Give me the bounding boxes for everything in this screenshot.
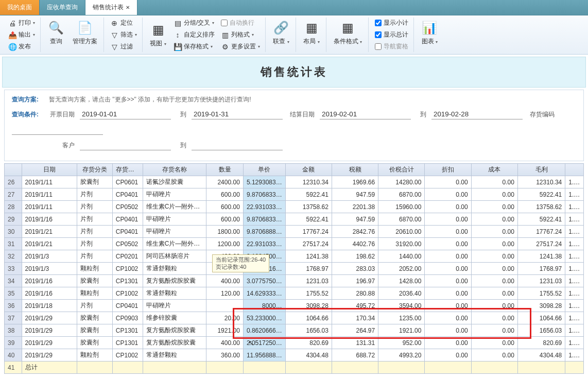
group-icon: ▤ (174, 19, 182, 27)
customer-to[interactable] (192, 140, 283, 150)
conditional-format-button[interactable]: ▦条件格式 ▾ (331, 18, 365, 48)
grid-icon: ▦ (150, 22, 166, 38)
col-category[interactable]: 存货分类 (77, 164, 112, 176)
data-table-wrap: 日期 存货分类 存货编码 存货名称 数量 单价 金额 税额 价税合计 折扣 成本… (4, 163, 584, 374)
ribbon-toolbar: 🖨打印▾ 📤输出▾ 🌐发布 🔍查询 📄管理方案 ⊕定位 ▽筛选▾ ▽过滤 ▦视图… (0, 15, 588, 55)
settle-date-label: 结算日期 (288, 110, 315, 119)
to-label-2: 到 (416, 110, 426, 119)
print-button[interactable]: 🖨打印▾ (6, 18, 37, 28)
col-name[interactable]: 存货名称 (143, 164, 206, 176)
nav-pane-checkbox[interactable]: 导航窗格 (373, 41, 410, 52)
table-row[interactable]: 322019/1/3片剂CP0201阿司匹林肠溶片400.003.1034500… (5, 250, 584, 263)
to-label-3: 到 (176, 141, 186, 150)
invoice-date-to[interactable] (192, 109, 283, 119)
query-panel: 查询方案: 暂无查询方案，请点击 "更多>>" 添加，有助于您更加方便快捷的进行… (4, 90, 584, 161)
table-row[interactable]: 292019/1/16片剂CP0401甲硝唑片600.009.8706833…5… (5, 213, 584, 226)
table-row[interactable]: 362019/1/18片剂CP0401甲硝唑片8000…3098.28495.7… (5, 300, 584, 312)
layout-icon: ▦ (303, 20, 320, 36)
invoice-date-from[interactable] (80, 109, 171, 119)
table-header-row: 日期 存货分类 存货编码 存货名称 数量 单价 金额 税额 价税合计 折扣 成本… (5, 164, 584, 176)
query-scheme-label: 查询方案: (12, 95, 43, 104)
tab-sales-report[interactable]: 销售统计表 ✕ (85, 0, 137, 15)
invoice-date-label: 开票日期 (48, 110, 75, 119)
view-button[interactable]: ▦视图 ▾ (147, 20, 169, 50)
columns-icon: ▥ (221, 31, 229, 39)
stock-code-label: 存货编码 (528, 110, 555, 119)
table-row[interactable]: 342019/1/16胶囊剂CP1301复方氨酚烷胺胶囊400.003.0775… (5, 275, 584, 287)
gear-icon: ⚙ (221, 43, 229, 51)
publish-button[interactable]: 🌐发布 (6, 41, 37, 52)
column-format-button[interactable]: ▥列格式▾ (219, 29, 262, 40)
col-profit[interactable]: 毛利 (517, 164, 565, 176)
settle-date-to[interactable] (431, 109, 523, 119)
save-icon: 💾 (174, 43, 182, 51)
col-last[interactable] (565, 164, 584, 176)
col-tax[interactable]: 税额 (332, 164, 378, 176)
col-code[interactable]: 存货编码 (112, 164, 143, 176)
settle-date-from[interactable] (320, 109, 411, 119)
col-discount[interactable]: 折扣 (425, 164, 471, 176)
globe-icon: 🌐 (8, 43, 16, 51)
data-table[interactable]: 日期 存货分类 存货编码 存货名称 数量 单价 金额 税额 价税合计 折扣 成本… (4, 163, 584, 374)
table-row[interactable]: 382019/1/29胶囊剂CP1301复方氨酚烷胺胶囊1921.000.862… (5, 324, 584, 337)
filter-button[interactable]: ▽筛选▾ (108, 29, 139, 40)
query-scheme-hint: 暂无查询方案，请点击 "更多>>" 添加，有助于您更加方便快捷的进行查询! (49, 95, 251, 104)
col-cost[interactable]: 成本 (471, 164, 517, 176)
sort-icon: ↕ (174, 31, 182, 39)
customer-from[interactable] (80, 140, 171, 150)
printer-icon: 🖨 (8, 19, 16, 27)
col-date[interactable]: 日期 (22, 164, 77, 176)
col-sum[interactable]: 价税合计 (378, 164, 425, 176)
group-cross-button[interactable]: ▤分组/交叉▾ (171, 18, 217, 28)
target-icon: ⊕ (110, 19, 118, 27)
save-format-button[interactable]: 💾保存格式▾ (171, 41, 217, 52)
col-price[interactable]: 单价 (243, 164, 285, 176)
table-row[interactable]: 372019/1/29胶囊剂CP0903维参锌胶囊20.0053.233000…… (5, 312, 584, 324)
table-row[interactable]: 402019/1/29颗粒剂CP1002常通舒颗粒360.0011.956888… (5, 349, 584, 361)
customer-label: 客户 (48, 141, 75, 150)
export-button[interactable]: 📤输出▾ (6, 29, 37, 40)
cond-format-icon: ▦ (340, 20, 356, 36)
document-tabs: 我的桌面 应收单查询 销售统计表 ✕ (0, 0, 588, 15)
locate-button[interactable]: ⊕定位 (108, 18, 139, 28)
record-range-tooltip: 当前记录范围:26-40 页记录数:40 (212, 254, 269, 272)
to-label-1: 到 (176, 110, 186, 119)
col-amount[interactable]: 金额 (285, 164, 332, 176)
table-row[interactable]: 332019/1/3颗粒剂CP1002常通舒颗粒120.0014.741416…… (5, 263, 584, 275)
funnel-clear-icon: ▽ (110, 43, 118, 51)
stock-code-input[interactable] (12, 125, 103, 135)
table-row[interactable]: 272019/1/11片剂CP0401甲硝唑片600.009.8706833…5… (5, 188, 584, 201)
show-subtotal-checkbox[interactable]: 显示小计 (373, 18, 410, 28)
document-icon: 📄 (77, 20, 93, 36)
report-title: 销售统计表 (3, 64, 585, 80)
report-title-band: 销售统计表 (2, 57, 586, 88)
table-row[interactable]: 302019/1/21片剂CP0401甲硝唑片1800.009.8706888…… (5, 226, 584, 238)
clear-filter-button[interactable]: ▽过滤 (108, 41, 139, 52)
chart-button[interactable]: 📊图表 ▾ (418, 18, 441, 48)
manage-scheme-button[interactable]: 📄管理方案 (70, 18, 100, 48)
table-row[interactable]: 392019/1/29胶囊剂CP1301复方氨酚烷胺胶囊400.002.0517… (5, 337, 584, 349)
table-row[interactable]: 352019/1/16颗粒剂CP1002常通舒颗粒120.0014.629333… (5, 287, 584, 300)
chart-icon: 📊 (421, 20, 438, 36)
export-icon: 📤 (8, 31, 16, 39)
magnifier-icon: 🔍 (48, 20, 64, 36)
tab-receivable[interactable]: 应收单查询 (40, 0, 85, 15)
table-row[interactable]: 262019/1/11胶囊剂CP0601诺氟沙星胶囊2400.005.12930… (5, 176, 584, 188)
col-rownum[interactable] (5, 164, 22, 176)
funnel-icon: ▽ (110, 31, 118, 39)
tab-desktop[interactable]: 我的桌面 (0, 0, 40, 15)
more-settings-button[interactable]: ⚙更多设置▾ (219, 41, 262, 52)
link-icon: 🔗 (273, 20, 289, 36)
close-icon[interactable]: ✕ (126, 5, 130, 10)
autowrap-checkbox[interactable]: 自动换行 (219, 18, 262, 28)
query-button[interactable]: 🔍查询 (45, 18, 67, 48)
table-row[interactable]: 312019/1/21片剂CP0502维生素C片—附外…1200.0022.93… (5, 238, 584, 250)
table-row[interactable]: 282019/1/11片剂CP0502维生素C片—附外…600.0022.931… (5, 201, 584, 213)
table-total-row[interactable]: 41总计 (5, 361, 584, 374)
link-query-button[interactable]: 🔗联查 ▾ (270, 18, 292, 48)
layout-button[interactable]: ▦布局 ▾ (300, 18, 323, 48)
custom-sort-button[interactable]: ↕自定义排序 (171, 29, 217, 40)
query-cond-label: 查询条件: (12, 110, 43, 119)
col-qty[interactable]: 数量 (206, 164, 243, 176)
show-total-checkbox[interactable]: 显示总计 (373, 29, 410, 40)
